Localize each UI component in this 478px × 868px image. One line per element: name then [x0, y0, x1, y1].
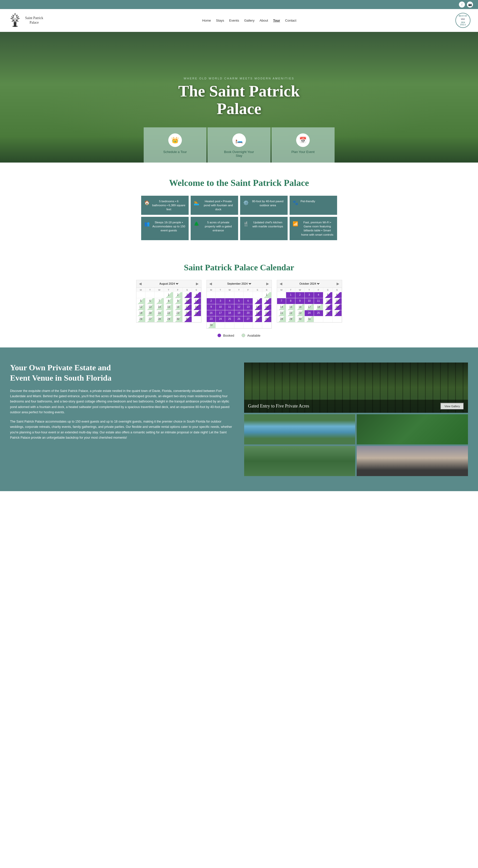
- cal-day[interactable]: 22: [262, 310, 272, 316]
- nav-events[interactable]: Events: [229, 19, 239, 22]
- cal-day[interactable]: 4: [314, 292, 323, 298]
- cal-day[interactable]: 25: [225, 316, 234, 322]
- cal-day[interactable]: 4: [225, 298, 234, 304]
- cal-day[interactable]: 8: [164, 298, 173, 304]
- instagram-icon[interactable]: 📷: [467, 1, 473, 7]
- gallery-thumb-aerial[interactable]: [357, 414, 468, 444]
- nav-stays[interactable]: Stays: [216, 19, 224, 22]
- cal-day[interactable]: 19: [234, 310, 244, 316]
- cal-day[interactable]: 1: [286, 292, 295, 298]
- cal-day[interactable]: 17: [305, 304, 314, 310]
- cal-day[interactable]: 12: [234, 304, 244, 310]
- cal-day[interactable]: 24: [216, 316, 225, 322]
- cal-day[interactable]: 9: [295, 298, 305, 304]
- cal-day[interactable]: 18: [314, 304, 323, 310]
- cal-day[interactable]: 5: [136, 298, 146, 304]
- cal-day[interactable]: 3: [305, 292, 314, 298]
- cal-day[interactable]: 26: [323, 310, 332, 316]
- cal-day[interactable]: 2: [295, 292, 305, 298]
- cal-day[interactable]: 13: [146, 304, 155, 310]
- cal-day[interactable]: 6: [244, 298, 253, 304]
- cal-day[interactable]: 29: [286, 316, 295, 322]
- cal-day[interactable]: 15: [164, 304, 173, 310]
- cal-day[interactable]: 16: [295, 304, 305, 310]
- cal-day[interactable]: 12: [136, 304, 146, 310]
- cal-day[interactable]: 17: [216, 310, 225, 316]
- cal-day[interactable]: 25: [192, 310, 201, 316]
- cal-month-select-aug[interactable]: August 2024: [159, 282, 179, 285]
- cal-day[interactable]: 9: [173, 298, 183, 304]
- gallery-thumb-event[interactable]: [357, 446, 468, 476]
- schedule-tour-card[interactable]: 👑 Schedule a Tour: [144, 127, 207, 162]
- cal-next-sep[interactable]: ▶: [266, 282, 269, 286]
- cal-day[interactable]: 24: [183, 310, 192, 316]
- cal-day[interactable]: 1: [262, 292, 272, 298]
- cal-day[interactable]: 2: [173, 292, 183, 298]
- facebook-icon[interactable]: f: [459, 1, 465, 7]
- gallery-thumb-grounds[interactable]: [244, 446, 355, 476]
- cal-day[interactable]: 28: [277, 316, 286, 322]
- cal-day[interactable]: 23: [173, 310, 183, 316]
- cal-day[interactable]: 11: [314, 298, 323, 304]
- cal-day[interactable]: 5: [234, 298, 244, 304]
- cal-day[interactable]: 20: [146, 310, 155, 316]
- cal-day[interactable]: 5: [323, 292, 332, 298]
- book-overnight-card[interactable]: 🛏️ Book Overnight Your Stay: [208, 127, 270, 162]
- cal-day[interactable]: 24: [305, 310, 314, 316]
- cal-next-aug[interactable]: ▶: [196, 282, 199, 286]
- cal-day[interactable]: 7: [155, 298, 164, 304]
- cal-day[interactable]: 29: [262, 316, 272, 322]
- cal-day[interactable]: 16: [173, 304, 183, 310]
- nav-home[interactable]: Home: [202, 19, 211, 22]
- cal-day[interactable]: 10: [305, 298, 314, 304]
- cal-day[interactable]: 27: [244, 316, 253, 322]
- cal-day[interactable]: 2: [207, 298, 216, 304]
- cal-next-oct[interactable]: ▶: [337, 282, 339, 286]
- cal-prev-sep[interactable]: ◀: [209, 282, 212, 286]
- cal-day[interactable]: 20: [244, 310, 253, 316]
- cal-day[interactable]: 21: [277, 310, 286, 316]
- cal-prev-oct[interactable]: ◀: [280, 282, 282, 286]
- cal-day[interactable]: 21: [155, 310, 164, 316]
- cal-day[interactable]: 15: [262, 304, 272, 310]
- cal-day[interactable]: 3: [183, 292, 192, 298]
- cal-day[interactable]: 18: [225, 310, 234, 316]
- cal-day[interactable]: 31: [305, 316, 314, 322]
- cal-day[interactable]: 30: [207, 322, 216, 328]
- gallery-thumb-pool[interactable]: [244, 414, 355, 444]
- cal-day[interactable]: 10: [216, 304, 225, 310]
- cal-day[interactable]: 28: [155, 316, 164, 322]
- cal-day[interactable]: 19: [323, 304, 332, 310]
- cal-day[interactable]: 20: [332, 304, 342, 310]
- nav-tour[interactable]: Tour: [273, 19, 280, 22]
- cal-day[interactable]: 6: [332, 292, 342, 298]
- cal-day[interactable]: 30: [295, 316, 305, 322]
- cal-day[interactable]: 15: [286, 304, 295, 310]
- cal-day[interactable]: 8: [262, 298, 272, 304]
- cal-month-select-sep[interactable]: September 2024: [226, 282, 252, 285]
- cal-day[interactable]: 17: [183, 304, 192, 310]
- cal-day[interactable]: 27: [332, 310, 342, 316]
- cal-day[interactable]: 23: [295, 310, 305, 316]
- nav-gallery[interactable]: Gallery: [244, 19, 254, 22]
- cal-day[interactable]: 16: [207, 310, 216, 316]
- cal-day[interactable]: 10: [183, 298, 192, 304]
- cal-day[interactable]: 22: [164, 310, 173, 316]
- cal-day[interactable]: 23: [207, 316, 216, 322]
- cal-day[interactable]: 3: [216, 298, 225, 304]
- cal-day[interactable]: 31: [183, 316, 192, 322]
- cal-day[interactable]: 30: [173, 316, 183, 322]
- cal-prev-aug[interactable]: ◀: [139, 282, 142, 286]
- cal-day[interactable]: 1: [164, 292, 173, 298]
- cal-day[interactable]: 8: [286, 298, 295, 304]
- cal-day[interactable]: 26: [234, 316, 244, 322]
- cal-day[interactable]: 4: [192, 292, 201, 298]
- plan-event-card[interactable]: 📅 Plan Your Event: [272, 127, 334, 162]
- cal-day[interactable]: 14: [277, 304, 286, 310]
- cal-day[interactable]: 13: [244, 304, 253, 310]
- cal-day[interactable]: 29: [164, 316, 173, 322]
- cal-day[interactable]: 19: [136, 310, 146, 316]
- cal-day[interactable]: 6: [146, 298, 155, 304]
- cal-day[interactable]: 22: [286, 310, 295, 316]
- cal-day[interactable]: 9: [207, 304, 216, 310]
